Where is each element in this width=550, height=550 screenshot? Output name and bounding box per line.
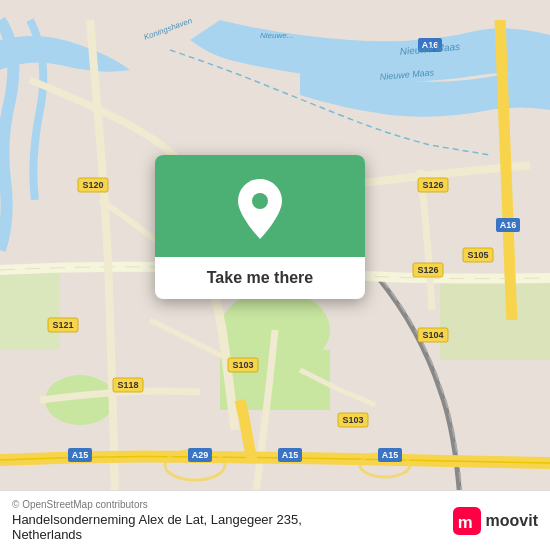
address-line1: Handelsonderneming Alex de Lat, Langegee… [12, 512, 302, 527]
moovit-icon: m [453, 507, 481, 535]
attribution-text: © OpenStreetMap contributors [12, 499, 302, 510]
svg-text:S126: S126 [417, 265, 438, 275]
address-group: © OpenStreetMap contributors Handelsonde… [12, 499, 302, 542]
location-pin-icon [233, 177, 287, 241]
bottom-bar: © OpenStreetMap contributors Handelsonde… [0, 490, 550, 550]
svg-text:S121: S121 [52, 320, 73, 330]
svg-text:S126: S126 [422, 180, 443, 190]
svg-text:A15: A15 [282, 450, 299, 460]
svg-point-44 [252, 193, 268, 209]
svg-text:A15: A15 [382, 450, 399, 460]
svg-text:A15: A15 [72, 450, 89, 460]
svg-text:m: m [457, 512, 472, 531]
svg-text:A16: A16 [500, 220, 517, 230]
svg-text:Nieuwe...: Nieuwe... [260, 31, 293, 40]
svg-text:S103: S103 [232, 360, 253, 370]
moovit-logo: m moovit [453, 507, 538, 535]
take-me-there-button[interactable]: Take me there [191, 257, 329, 299]
svg-text:S103: S103 [342, 415, 363, 425]
svg-text:A29: A29 [192, 450, 209, 460]
svg-rect-3 [0, 270, 60, 350]
address-line2: Netherlands [12, 527, 302, 542]
svg-text:S105: S105 [467, 250, 488, 260]
svg-text:S118: S118 [117, 380, 138, 390]
card-header [155, 155, 365, 257]
svg-text:S120: S120 [82, 180, 103, 190]
map-container: S103 S103 S103 S120 S121 S118 S104 S105 … [0, 0, 550, 550]
navigation-card: Take me there [155, 155, 365, 299]
svg-text:S104: S104 [422, 330, 443, 340]
moovit-brand-name: moovit [486, 512, 538, 530]
svg-rect-5 [440, 280, 550, 360]
